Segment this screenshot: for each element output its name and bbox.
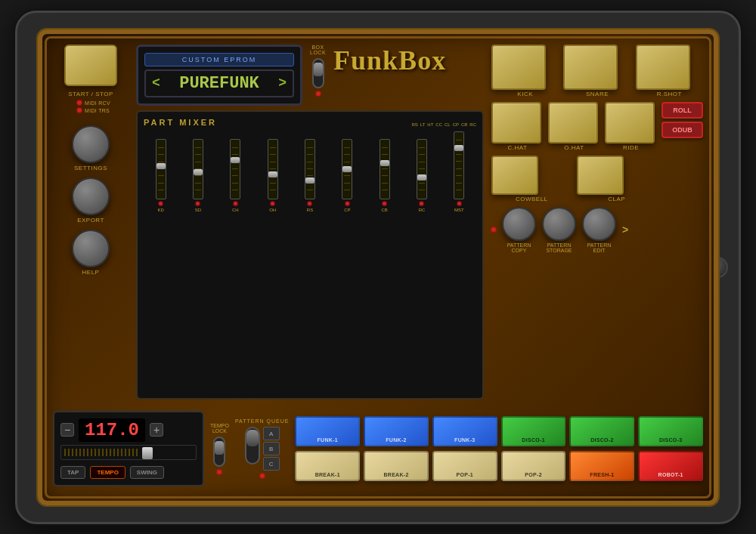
queue-led bbox=[260, 474, 265, 478]
tempo-display: − 117.0 + bbox=[60, 418, 197, 442]
mixer-ch-label-sd: SD bbox=[195, 208, 201, 212]
pattern-row-1: FUNK-1 FUNK-2 FUNK-3 DISCO-1 DISCO-2 bbox=[295, 416, 703, 446]
bottom-controls: TAP TEMPO SWING bbox=[60, 466, 197, 479]
drum-pad-row3-area: COWBELL CLAP bbox=[491, 156, 703, 202]
export-label: EXPORT bbox=[72, 217, 110, 224]
pattern-pop1[interactable]: POP-1 bbox=[432, 451, 497, 481]
fader-knob-oh[interactable] bbox=[268, 171, 277, 177]
midi-rcv-label: MIDI RCV bbox=[85, 100, 110, 106]
box-lock-led bbox=[316, 91, 321, 96]
settings-button[interactable] bbox=[72, 125, 110, 163]
fader-track-cp[interactable] bbox=[342, 139, 352, 199]
fader-track-sd[interactable] bbox=[193, 139, 203, 199]
fader-knob-sd[interactable] bbox=[194, 169, 203, 175]
mixer-led-rc bbox=[420, 202, 423, 205]
fader-track-kd[interactable] bbox=[156, 139, 166, 199]
pad-rshot-label: R.SHOT bbox=[636, 91, 703, 97]
queue-toggle-knob bbox=[246, 430, 259, 446]
pattern-copy-button[interactable] bbox=[502, 207, 536, 241]
mixer-channels: KD SD bbox=[144, 131, 476, 212]
tempo-plus-button[interactable]: + bbox=[150, 423, 163, 437]
mixer-label-cp: CP bbox=[453, 122, 459, 127]
fader-knob-ch[interactable] bbox=[231, 157, 240, 163]
left-panel: START / STOP MIDI RCV MIDI TRS bbox=[53, 45, 129, 400]
pad-ohat[interactable] bbox=[548, 102, 598, 144]
fader-knob-kd[interactable] bbox=[156, 163, 166, 169]
fader-knob-rc[interactable] bbox=[417, 174, 426, 181]
pattern-funk2[interactable]: FUNK-2 bbox=[364, 416, 429, 446]
pattern-disco3[interactable]: DISCO-3 bbox=[638, 416, 703, 446]
pad-cowbell[interactable] bbox=[491, 156, 538, 195]
tempo-lock-toggle[interactable] bbox=[213, 437, 225, 467]
pattern-controls-row: PATTERNCOPY PATTERNSTORAGE PATTERNEDIT > bbox=[491, 207, 703, 253]
tap-button[interactable]: TAP bbox=[60, 466, 85, 479]
queue-btn-b[interactable]: B bbox=[263, 442, 280, 455]
pattern-fresh1[interactable]: FRESH-1 bbox=[569, 451, 634, 481]
mixer-ch-label-cp: CP bbox=[344, 208, 350, 212]
pad-snare-label: SNARE bbox=[563, 91, 631, 97]
tempo-lock-section: TEMPOLOCK bbox=[210, 423, 229, 474]
pattern-funk3[interactable]: FUNK-3 bbox=[432, 416, 497, 446]
box-lock-label: BOXLOCK bbox=[310, 45, 326, 55]
box-lock-toggle[interactable] bbox=[312, 58, 324, 88]
pattern-arrow: > bbox=[622, 224, 628, 236]
part-mixer-title: PART MIXER bbox=[144, 118, 217, 127]
slider-marks bbox=[61, 446, 196, 459]
pad-rshot[interactable] bbox=[636, 45, 690, 90]
pattern-led bbox=[491, 227, 496, 232]
tempo-button[interactable]: TEMPO bbox=[90, 466, 125, 479]
fader-track-ch[interactable] bbox=[230, 139, 240, 199]
eprom-right-arrow[interactable]: > bbox=[278, 76, 287, 91]
tempo-slider[interactable] bbox=[60, 445, 197, 460]
fader-knob-cb[interactable] bbox=[380, 160, 389, 166]
mixer-channel-rc: RC bbox=[404, 139, 438, 212]
pattern-pop2[interactable]: POP-2 bbox=[501, 451, 566, 481]
mixer-ch-label-mst: MST bbox=[454, 208, 464, 212]
roll-button[interactable]: ROLL bbox=[662, 102, 703, 119]
center-section: CUSTOM EPROM < PUREFUNK > BOXLOCK bbox=[136, 45, 484, 400]
swing-button[interactable]: SWING bbox=[130, 466, 164, 479]
eprom-left-arrow[interactable]: < bbox=[152, 76, 160, 91]
app-title: FunkBox bbox=[333, 45, 484, 76]
mixer-ch-label-ch: CH bbox=[232, 208, 239, 212]
tempo-minus-button[interactable]: − bbox=[60, 423, 74, 437]
help-label: HELP bbox=[72, 269, 110, 276]
fader-track-cb[interactable] bbox=[380, 139, 390, 199]
pad-ride[interactable] bbox=[605, 102, 655, 144]
pattern-break2[interactable]: BREAK-2 bbox=[364, 451, 429, 481]
drum-pad-row1: KICK SNARE R.SHOT bbox=[491, 45, 703, 97]
pattern-edit-button[interactable] bbox=[582, 207, 616, 241]
fader-knob-cp[interactable] bbox=[342, 166, 352, 172]
fader-track-rc[interactable] bbox=[417, 139, 427, 199]
pad-clap[interactable] bbox=[577, 156, 624, 195]
pattern-queue-label: PATTERN QUEUE bbox=[235, 418, 289, 424]
fader-track-oh[interactable] bbox=[268, 139, 278, 199]
pad-kick[interactable] bbox=[491, 45, 546, 90]
odub-button[interactable]: ODUB bbox=[662, 122, 703, 138]
tempo-slider-thumb[interactable] bbox=[142, 447, 153, 459]
queue-btn-c[interactable]: C bbox=[263, 457, 280, 471]
help-button[interactable] bbox=[72, 230, 110, 267]
pad-chat[interactable] bbox=[491, 102, 541, 144]
mixer-ch-label-oh: OH bbox=[269, 208, 276, 212]
queue-toggle[interactable] bbox=[245, 427, 260, 465]
pattern-buttons-section: FUNK-1 FUNK-2 FUNK-3 DISCO-1 DISCO-2 bbox=[295, 416, 703, 481]
eprom-name-display: < PUREFUNK > bbox=[144, 69, 294, 97]
pattern-funk1[interactable]: FUNK-1 bbox=[295, 416, 360, 446]
pad-snare[interactable] bbox=[563, 45, 618, 90]
mixer-channel-cp: CP bbox=[330, 139, 364, 212]
mixer-label-lt: LT bbox=[420, 122, 426, 127]
fader-knob-rs[interactable] bbox=[305, 177, 314, 184]
queue-btn-a[interactable]: A bbox=[263, 427, 280, 440]
pattern-break1[interactable]: BREAK-1 bbox=[295, 451, 360, 481]
mixer-channel-rs: RS bbox=[293, 139, 327, 212]
fader-track-rs[interactable] bbox=[305, 139, 315, 199]
pattern-disco1[interactable]: DISCO-1 bbox=[501, 416, 566, 446]
pattern-disco2[interactable]: DISCO-2 bbox=[569, 416, 634, 446]
pattern-robot1[interactable]: ROBOT-1 bbox=[638, 451, 703, 481]
pattern-storage-button[interactable] bbox=[542, 207, 576, 241]
export-button[interactable] bbox=[72, 177, 110, 215]
start-stop-button[interactable] bbox=[64, 45, 117, 86]
fader-track-mst[interactable] bbox=[454, 131, 464, 199]
fader-knob-mst[interactable] bbox=[454, 145, 463, 151]
